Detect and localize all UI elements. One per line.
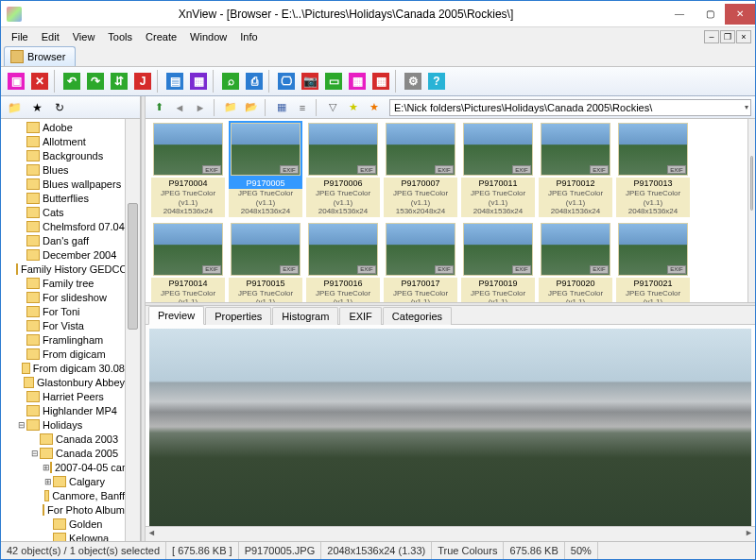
tree-item[interactable]: Blues wallpapers bbox=[1, 177, 125, 191]
thumbs-scrollbar[interactable] bbox=[747, 119, 755, 302]
thumbnail-item[interactable]: EXIFP9170014JPEG TrueColor (v1.1)2048x15… bbox=[151, 223, 225, 302]
tab-preview[interactable]: Preview bbox=[148, 306, 204, 325]
expand-icon[interactable]: ⊟ bbox=[16, 420, 26, 430]
thumbnail-item[interactable]: EXIFP9170019JPEG TrueColor (v1.1)2048x15… bbox=[461, 223, 535, 302]
tree-item[interactable]: December 2004 bbox=[1, 247, 125, 262]
settings-icon[interactable]: ⚙ bbox=[402, 70, 424, 93]
tree-item[interactable]: Framlingham bbox=[1, 332, 125, 347]
tree-scrollbar[interactable] bbox=[125, 119, 140, 541]
tab-exif[interactable]: EXIF bbox=[339, 307, 381, 325]
camera-icon[interactable]: 📷 bbox=[299, 70, 321, 93]
menu-edit[interactable]: Edit bbox=[35, 29, 66, 44]
tree-item[interactable]: Canmore, Banff bbox=[1, 488, 125, 502]
tree-item[interactable]: Butterflies bbox=[1, 191, 125, 205]
up-icon[interactable]: ⬆ bbox=[149, 98, 168, 117]
thumbnail-grid[interactable]: EXIFP9170004JPEG TrueColor (v1.1)2048x15… bbox=[146, 119, 747, 302]
menu-view[interactable]: View bbox=[66, 29, 102, 44]
close-button[interactable]: ✕ bbox=[725, 4, 755, 25]
tab-categories[interactable]: Categories bbox=[383, 307, 452, 325]
monitor-icon[interactable]: 🖵 bbox=[275, 70, 298, 93]
openfolder-icon[interactable]: 📂 bbox=[242, 98, 261, 117]
menu-file[interactable]: File bbox=[5, 29, 35, 44]
back-icon[interactable]: ◄ bbox=[170, 98, 189, 117]
thumbnail-item[interactable]: EXIFP9170004JPEG TrueColor (v1.1)2048x15… bbox=[151, 123, 225, 217]
tree-item[interactable]: For Vista bbox=[1, 318, 125, 332]
tab-histogram[interactable]: Histogram bbox=[272, 307, 338, 325]
tab-browser[interactable]: Browser bbox=[4, 46, 76, 66]
expand-icon[interactable]: ⊞ bbox=[43, 477, 53, 486]
thumbnail-item[interactable]: EXIFP9170007JPEG TrueColor (v1.1)1536x20… bbox=[384, 123, 457, 217]
grid1-icon[interactable]: ▦ bbox=[346, 70, 369, 93]
preview-hscrollbar[interactable] bbox=[146, 526, 755, 541]
forward-icon[interactable]: ► bbox=[191, 98, 210, 117]
refresh-icon[interactable]: ↻ bbox=[49, 98, 70, 117]
tree-item[interactable]: ⊟Holidays bbox=[1, 417, 125, 432]
tree-item[interactable]: ⊞2007-04-05 canada 20 bbox=[1, 460, 125, 474]
print-icon[interactable]: ⎙ bbox=[243, 70, 266, 93]
favorite-icon[interactable]: ★ bbox=[26, 98, 47, 117]
rotate-right-icon[interactable]: ↷ bbox=[84, 70, 107, 93]
newfolder-icon[interactable]: 📁 bbox=[221, 98, 240, 117]
tab-properties[interactable]: Properties bbox=[205, 307, 271, 325]
thumbnail-item[interactable]: EXIFP9170016JPEG TrueColor (v1.1)2048x15… bbox=[306, 223, 380, 302]
tree-item[interactable]: For Toni bbox=[1, 304, 125, 318]
mdi-minimize-icon[interactable]: – bbox=[704, 30, 719, 43]
address-bar[interactable]: E:\Nick folders\Pictures\Holidays\Canada… bbox=[389, 99, 751, 116]
mdi-restore-icon[interactable]: ❐ bbox=[720, 30, 735, 43]
tree-item[interactable]: ⊞Calgary bbox=[1, 474, 125, 488]
thumbnail-item[interactable]: EXIFP9170012JPEG TrueColor (v1.1)2048x15… bbox=[539, 123, 612, 217]
filter-icon[interactable]: ▽ bbox=[323, 98, 342, 117]
folder-icon[interactable]: 📁 bbox=[4, 98, 25, 117]
rotate-left-icon[interactable]: ↶ bbox=[60, 70, 83, 93]
tree-item[interactable]: Cats bbox=[1, 205, 125, 219]
tag-yellow-icon[interactable]: ★ bbox=[344, 98, 363, 117]
help-icon[interactable]: ? bbox=[425, 70, 448, 93]
tree-item[interactable]: Kelowna bbox=[1, 531, 125, 541]
tree-item[interactable]: For slideshow bbox=[1, 290, 125, 304]
view-icon[interactable]: ▦ bbox=[272, 98, 291, 117]
thumbnail-item[interactable]: EXIFP9170021JPEG TrueColor (v1.1)2048x15… bbox=[616, 223, 690, 302]
tree-item[interactable]: Family tree bbox=[1, 276, 125, 290]
flip-icon[interactable]: ⇵ bbox=[108, 70, 130, 93]
zoom-icon[interactable]: ⌕ bbox=[219, 70, 242, 93]
menu-create[interactable]: Create bbox=[139, 29, 183, 44]
thumbnail-item[interactable]: EXIFP9170015JPEG TrueColor (v1.1)2048x15… bbox=[229, 223, 302, 302]
tree-item[interactable]: Harriet Peers bbox=[1, 389, 125, 403]
maximize-button[interactable]: ▢ bbox=[695, 4, 725, 25]
menu-tools[interactable]: Tools bbox=[101, 29, 139, 44]
tree-item[interactable]: From digicam bbox=[1, 347, 125, 361]
tree-item[interactable]: Allotment bbox=[1, 134, 125, 148]
tree-item[interactable]: Highlander MP4 bbox=[1, 403, 125, 417]
sort-icon[interactable]: ≡ bbox=[293, 98, 312, 117]
tree-item[interactable]: Family History GEDCOM bbox=[1, 262, 125, 276]
thumbnail-item[interactable]: EXIFP9170005JPEG TrueColor (v1.1)2048x15… bbox=[229, 123, 302, 217]
tree-item[interactable]: Canada 2003 bbox=[1, 432, 125, 446]
tag-orange-icon[interactable]: ★ bbox=[365, 98, 384, 117]
folder-tree[interactable]: AdobeAllotmentBackgroundsBluesBlues wall… bbox=[1, 119, 125, 541]
tree-item[interactable]: Golden bbox=[1, 517, 125, 531]
view2-icon[interactable]: ▦ bbox=[187, 70, 210, 93]
tree-item[interactable]: Chelmsford 07.04 bbox=[1, 219, 125, 233]
jpeg-icon[interactable]: J bbox=[131, 70, 154, 93]
thumbnail-item[interactable]: EXIFP9170017JPEG TrueColor (v1.1)2048x15… bbox=[384, 223, 457, 302]
minimize-button[interactable]: — bbox=[664, 4, 695, 25]
fullscreen-icon[interactable]: ▣ bbox=[5, 70, 27, 93]
thumbnail-item[interactable]: EXIFP9170011JPEG TrueColor (v1.1)2048x15… bbox=[461, 123, 535, 217]
tree-item[interactable]: Blues bbox=[1, 162, 125, 177]
thumbnail-item[interactable]: EXIFP9170020JPEG TrueColor (v1.1)2048x15… bbox=[539, 223, 612, 302]
mdi-close-icon[interactable]: × bbox=[736, 30, 751, 43]
tree-item[interactable]: Adobe bbox=[1, 120, 125, 134]
close-icon[interactable]: ✕ bbox=[28, 70, 51, 93]
dropdown-icon[interactable]: ▾ bbox=[745, 103, 748, 111]
menu-info[interactable]: Info bbox=[233, 29, 264, 44]
expand-icon[interactable]: ⊟ bbox=[29, 449, 40, 458]
grid2-icon[interactable]: ▦ bbox=[369, 70, 392, 93]
tree-item[interactable]: Glastonbury Abbey bbox=[1, 375, 125, 389]
tree-item[interactable]: From digicam 30.08 bbox=[1, 361, 125, 375]
thumbnail-item[interactable]: EXIFP9170013JPEG TrueColor (v1.1)2048x15… bbox=[616, 123, 690, 217]
compare-icon[interactable]: ▭ bbox=[322, 70, 345, 93]
menu-window[interactable]: Window bbox=[183, 29, 233, 44]
thumbnail-item[interactable]: EXIFP9170006JPEG TrueColor (v1.1)2048x15… bbox=[306, 123, 380, 217]
tree-item[interactable]: ⊟Canada 2005 bbox=[1, 446, 125, 460]
tree-item[interactable]: Dan's gaff bbox=[1, 233, 125, 247]
